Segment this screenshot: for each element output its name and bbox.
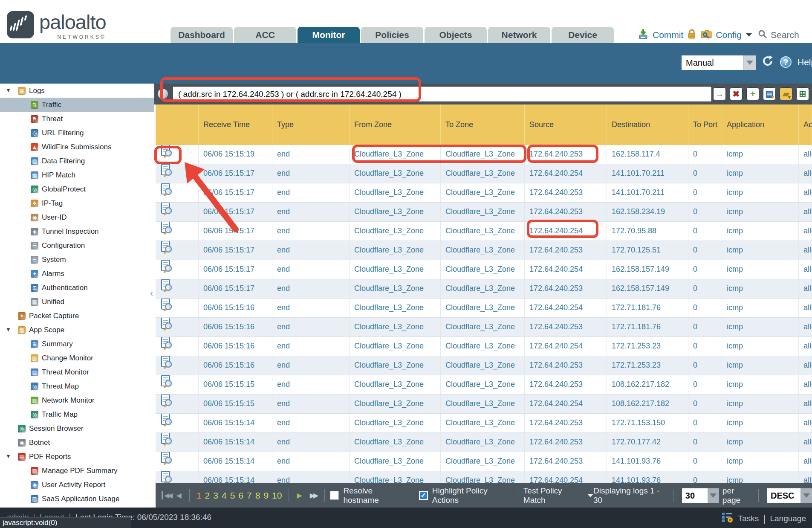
log-detail-magnifier-icon[interactable] — [161, 260, 173, 279]
log-detail-magnifier-icon[interactable] — [161, 452, 173, 471]
detail-cell[interactable] — [156, 395, 178, 413]
log-detail-magnifier-icon[interactable] — [161, 203, 173, 221]
prev-page-icon[interactable]: ◀ — [176, 491, 182, 499]
tab-network[interactable]: Network — [488, 27, 550, 43]
log-detail-magnifier-icon[interactable] — [161, 356, 173, 375]
column-header-source[interactable]: Source — [525, 104, 607, 145]
log-row[interactable]: 06/06 15:15:14endCloudflare_L3_ZoneCloud… — [156, 414, 812, 433]
sidebar-collapse-handle[interactable]: ‹ — [150, 288, 153, 299]
column-header-from-zone[interactable]: From Zone — [350, 104, 441, 145]
log-row[interactable]: 06/06 15:15:17endCloudflare_L3_ZoneCloud… — [156, 203, 812, 222]
page-number-9[interactable]: 9 — [263, 490, 269, 501]
page-number-5[interactable]: 5 — [230, 490, 235, 501]
sidebar-item-threat-map[interactable]: ◎Threat Map — [0, 379, 154, 393]
apply-filter-icon[interactable]: → — [713, 87, 726, 100]
detail-cell[interactable] — [156, 471, 178, 483]
sidebar-item-unified[interactable]: ▤Unified — [0, 295, 154, 309]
column-header-receive-time[interactable]: Receive Time — [199, 104, 272, 145]
sidebar-item-logs[interactable]: ▼▤Logs — [0, 84, 154, 98]
destination-link[interactable]: 172.70.177.42 — [612, 438, 661, 446]
detail-cell[interactable] — [156, 375, 178, 394]
detail-cell[interactable] — [156, 164, 178, 183]
export-to-csv-icon[interactable]: ⊞ — [796, 87, 809, 100]
add-filter-icon[interactable]: + — [746, 87, 759, 100]
sidebar-item-botnet[interactable]: ◉Botnet — [0, 435, 154, 450]
log-row[interactable]: 06/06 15:15:15endCloudflare_L3_ZoneCloud… — [156, 375, 812, 395]
tab-monitor[interactable]: Monitor — [298, 27, 360, 43]
language-button[interactable]: Language — [770, 514, 806, 523]
sidebar-item-wildfire-submissions[interactable]: ▲WildFire Submissions — [0, 140, 154, 154]
log-detail-magnifier-icon[interactable] — [161, 471, 173, 483]
refresh-mode-select[interactable]: Manual — [682, 55, 756, 70]
tab-policies[interactable]: Policies — [361, 27, 423, 43]
sidebar-item-manage-pdf-summary[interactable]: ▥Manage PDF Summary — [0, 464, 154, 478]
last-page-icon[interactable]: ▶▶ — [310, 491, 317, 499]
help-icon[interactable]: ? — [780, 56, 792, 68]
filter-search-icon[interactable] — [158, 89, 168, 99]
column-header-action[interactable]: Action — [799, 104, 812, 145]
tab-dashboard[interactable]: Dashboard — [170, 27, 233, 43]
column-header-to-zone[interactable]: To Zone — [441, 104, 525, 145]
sidebar-item-tunnel-inspection[interactable]: ◈Tunnel Inspection — [0, 224, 154, 238]
sidebar-item-summary[interactable]: ⊞Summary — [0, 337, 154, 351]
column-header-to-port[interactable]: To Port — [688, 104, 722, 145]
commit-icon[interactable] — [637, 28, 649, 42]
search-button[interactable]: Search — [771, 30, 799, 40]
sidebar-item-network-monitor[interactable]: ▧Network Monitor — [0, 393, 154, 407]
sidebar-item-ip-tag[interactable]: ❖IP-Tag — [0, 196, 154, 210]
sidebar-item-configuration[interactable]: ☰Configuration — [0, 238, 154, 252]
lock-icon[interactable] — [687, 29, 697, 42]
log-row[interactable]: 06/06 15:15:17endCloudflare_L3_ZoneCloud… — [156, 183, 812, 203]
sidebar-item-threat-monitor[interactable]: ▧Threat Monitor — [0, 365, 154, 379]
sidebar-item-pdf-reports[interactable]: ▼▤PDF Reports — [0, 450, 154, 464]
column-header-blank[interactable] — [178, 104, 199, 145]
sort-order-select[interactable]: DESC — [767, 488, 812, 503]
log-row[interactable]: 06/06 15:15:16endCloudflare_L3_ZoneCloud… — [156, 356, 812, 375]
column-header-type[interactable]: Type — [272, 104, 350, 145]
sidebar-item-system[interactable]: ☰System — [0, 252, 154, 267]
log-filter-input[interactable] — [173, 86, 712, 102]
page-number-7[interactable]: 7 — [247, 490, 252, 501]
log-detail-magnifier-icon[interactable] — [161, 318, 173, 337]
page-number-4[interactable]: 4 — [222, 490, 227, 501]
detail-cell[interactable] — [156, 299, 178, 317]
log-row[interactable]: 06/06 15:15:16endCloudflare_L3_ZoneCloud… — [156, 318, 812, 337]
column-header-application[interactable]: Application — [722, 104, 799, 145]
detail-cell[interactable] — [156, 260, 178, 279]
sidebar-item-traffic[interactable]: ⇅Traffic — [0, 98, 154, 112]
log-row[interactable]: 06/06 15:15:16endCloudflare_L3_ZoneCloud… — [156, 299, 812, 318]
detail-cell[interactable] — [156, 414, 178, 432]
log-detail-magnifier-icon[interactable] — [161, 299, 173, 317]
sidebar-item-globalprotect[interactable]: ◎GlobalProtect — [0, 182, 154, 196]
column-header-destination[interactable]: Destination — [607, 104, 688, 145]
log-detail-magnifier-icon[interactable] — [161, 433, 173, 452]
per-page-caret-icon[interactable] — [708, 488, 719, 503]
page-number-10[interactable]: 10 — [272, 490, 282, 501]
config-dropdown-caret-icon[interactable] — [746, 33, 752, 37]
log-detail-magnifier-icon[interactable] — [161, 375, 173, 394]
detail-cell[interactable] — [156, 241, 178, 260]
detail-cell[interactable] — [156, 183, 178, 202]
log-detail-magnifier-icon[interactable] — [161, 183, 173, 202]
next-page-icon[interactable]: ▶ — [297, 491, 302, 499]
resolve-hostname-checkbox[interactable] — [330, 491, 339, 500]
search-icon[interactable] — [758, 29, 767, 41]
config-button[interactable]: Config — [716, 30, 742, 40]
sidebar-item-saas-application-usage[interactable]: ▧SaaS Application Usage — [0, 492, 154, 506]
sidebar-item-url-filtering[interactable]: ◎URL Filtering — [0, 126, 154, 140]
tasks-icon[interactable] — [721, 511, 734, 525]
detail-cell[interactable] — [156, 222, 178, 241]
sidebar-item-change-monitor[interactable]: ▧Change Monitor — [0, 351, 154, 365]
sidebar-item-user-id[interactable]: ◉User-ID — [0, 210, 154, 224]
highlight-policy-actions-checkbox[interactable]: ✓ — [419, 491, 428, 500]
tree-expander-icon[interactable]: ▼ — [6, 453, 11, 459]
load-filter-icon[interactable]: ▰▼ — [780, 87, 792, 100]
detail-cell[interactable] — [156, 433, 178, 452]
test-policy-match-button[interactable]: Test Policy Match — [523, 486, 584, 505]
tree-expander-icon[interactable]: ▼ — [6, 326, 11, 333]
log-row[interactable]: 06/06 15:15:16endCloudflare_L3_ZoneCloud… — [156, 337, 812, 356]
test-policy-match-caret-icon[interactable] — [587, 494, 593, 497]
page-number-6[interactable]: 6 — [238, 490, 243, 501]
tab-objects[interactable]: Objects — [425, 27, 487, 43]
refresh-mode-caret-icon[interactable] — [743, 55, 756, 70]
